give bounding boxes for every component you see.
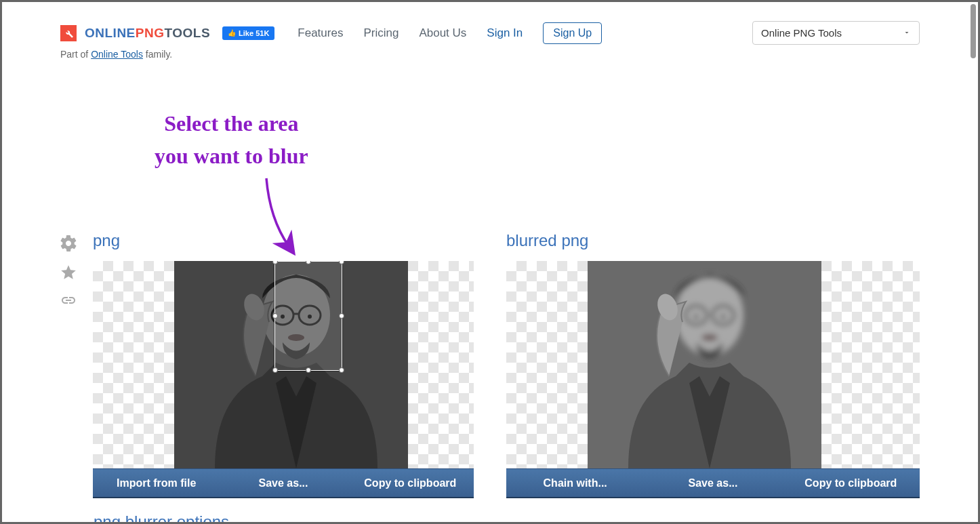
save-as-button-left[interactable]: Save as... [220,469,346,497]
gear-icon[interactable] [59,234,78,256]
star-icon[interactable] [60,264,77,284]
signup-button[interactable]: Sign Up [543,22,602,44]
subheader-prefix: Part of [60,49,91,60]
wrench-icon [60,25,77,41]
resize-handle-top-left[interactable] [272,261,278,264]
resize-handle-bot-right[interactable] [339,367,344,373]
input-image-area[interactable] [93,261,474,468]
resize-handle-top-mid[interactable] [306,261,311,264]
scrollbar-thumb[interactable] [971,4,976,58]
svg-point-15 [701,334,718,341]
subheader: Part of Online Tools family. [2,47,978,60]
fb-like-button[interactable]: Like 51K [222,26,274,40]
copy-clipboard-button-left[interactable]: Copy to clipboard [347,469,474,497]
annotation-line1: Select the area [155,107,308,140]
logo-text: ONLINEPNGTOOLS [85,26,210,41]
tool-selector-label: Online PNG Tools [761,27,842,39]
chain-with-button[interactable]: Chain with... [506,469,644,497]
import-button[interactable]: Import from file [93,469,220,497]
annotation-text: Select the area you want to blur [155,107,308,172]
selection-box[interactable] [274,261,342,371]
resize-handle-mid-right[interactable] [339,313,344,319]
annotation-line2: you want to blur [155,140,308,172]
online-tools-link[interactable]: Online Tools [91,49,143,60]
output-panel-title: blurred png [506,231,920,250]
side-toolbar [59,234,78,311]
svg-point-13 [694,315,698,319]
tool-selector-dropdown[interactable]: Online PNG Tools [752,21,920,45]
svg-point-14 [721,315,725,319]
output-image [588,261,821,468]
output-panel: blurred png [506,231,920,498]
main-content: png [60,231,920,498]
header: ONLINEPNGTOOLS Like 51K Features Pricing… [2,2,978,47]
save-as-button-right[interactable]: Save as... [644,469,781,497]
nav-signin[interactable]: Sign In [487,26,523,40]
output-image-area[interactable] [506,261,920,468]
input-action-bar: Import from file Save as... Copy to clip… [93,468,474,498]
input-panel-title: png [93,231,474,250]
copy-clipboard-button-right[interactable]: Copy to clipboard [782,469,920,497]
nav: Features Pricing About Us Sign In Sign U… [298,22,602,44]
chevron-down-icon [903,27,911,39]
resize-handle-bot-mid[interactable] [306,367,311,373]
nav-pricing[interactable]: Pricing [363,26,399,40]
subheader-suffix: family. [143,49,172,60]
link-icon[interactable] [60,292,77,311]
input-panel: png [60,231,474,498]
nav-features[interactable]: Features [298,26,343,40]
logo[interactable]: ONLINEPNGTOOLS [60,25,210,41]
nav-about[interactable]: About Us [419,26,466,40]
resize-handle-bot-left[interactable] [272,367,278,373]
resize-handle-mid-left[interactable] [272,313,278,319]
options-title: png blurrer options [94,512,229,524]
output-action-bar: Chain with... Save as... Copy to clipboa… [506,468,920,498]
